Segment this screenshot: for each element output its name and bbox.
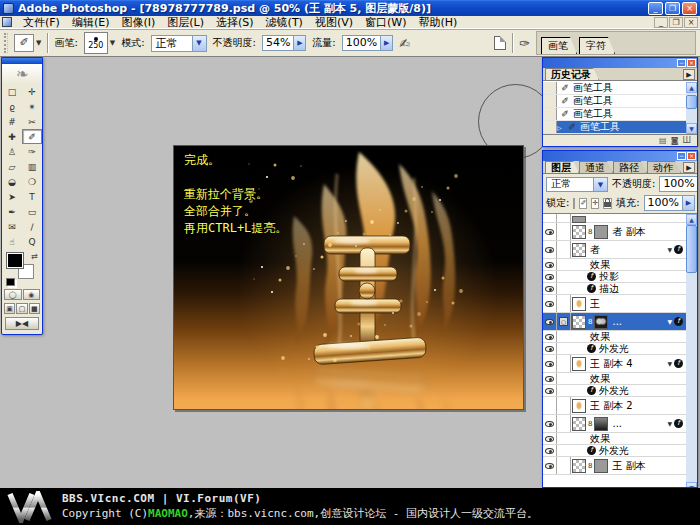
visibility-eye-icon[interactable] [545, 436, 554, 442]
layer-thumbnail-art[interactable] [572, 399, 586, 413]
eye-cell[interactable] [543, 445, 557, 456]
visibility-eye-icon[interactable] [545, 286, 554, 292]
visibility-eye-icon[interactable] [545, 361, 554, 367]
current-tool-icon[interactable]: ✐ [14, 34, 34, 52]
layer-row[interactable]: 8王 副本 [543, 457, 686, 475]
layer-style-icon[interactable]: f [674, 359, 683, 368]
layer-thumbnail-gray[interactable] [572, 216, 586, 223]
menu-图层[interactable]: 图层(L) [161, 15, 210, 30]
fill-field[interactable]: 100% ▶ [644, 195, 695, 211]
link-cell[interactable] [557, 241, 571, 258]
layer-thumbnail-checker[interactable] [572, 459, 586, 473]
blur-tool[interactable]: ◒ [2, 174, 22, 189]
layer-thumbnail-checker[interactable] [572, 417, 586, 431]
scroll-up-icon[interactable]: ▲ [686, 214, 697, 225]
options-bar-grip[interactable] [4, 33, 8, 53]
chevron-down-icon[interactable]: ▼ [192, 36, 206, 51]
history-state-row[interactable]: ✐画笔工具 [543, 95, 686, 108]
flow-slider-arrow-icon[interactable]: ▶ [381, 35, 393, 51]
visibility-eye-icon[interactable] [545, 262, 554, 268]
collapse-effects-icon[interactable]: ▼ [667, 360, 672, 367]
eye-cell[interactable] [543, 385, 557, 396]
standard-mode-button[interactable]: ◯ [4, 289, 22, 300]
link-cell[interactable]: ○ [557, 313, 571, 330]
magic-wand-tool[interactable]: ✴ [22, 99, 42, 114]
visibility-eye-icon[interactable] [545, 346, 554, 352]
visibility-eye-icon[interactable] [545, 301, 554, 307]
layer-blend-mode-select[interactable]: 正常 ▼ [546, 177, 608, 192]
visibility-eye-icon[interactable] [545, 274, 554, 280]
brush-preset-picker[interactable]: 250 [84, 32, 108, 54]
tool-preset-arrow-icon[interactable]: ▼ [36, 39, 41, 47]
menu-文件[interactable]: 文件(F) [17, 15, 66, 30]
eye-cell[interactable] [543, 397, 557, 414]
layers-scrollbar[interactable]: ▲ ▼ [686, 214, 697, 488]
layer-row-partial[interactable] [543, 214, 686, 223]
full-screen-menubar-button[interactable]: ▢ [16, 303, 27, 314]
standard-screen-button[interactable]: ▣ [4, 303, 15, 314]
layers-close-icon[interactable]: × [687, 152, 696, 160]
eye-cell[interactable] [543, 295, 557, 312]
zoom-tool[interactable]: Q [22, 234, 42, 249]
history-menu-arrow-icon[interactable]: ▶ [683, 69, 695, 80]
link-cell[interactable] [557, 214, 571, 222]
link-cell[interactable] [557, 415, 571, 432]
menu-图像[interactable]: 图像(I) [115, 15, 161, 30]
crop-tool[interactable]: # [2, 114, 22, 129]
swap-colors-icon[interactable]: ⇄ [31, 252, 38, 261]
healing-brush-tool[interactable]: ✚ [2, 129, 22, 144]
eye-cell[interactable] [543, 271, 557, 282]
document-canvas[interactable]: 完成。 重新拉个背景。全部合并了。再用CTRL+L提亮。 [173, 145, 524, 410]
dodge-tool[interactable]: ❍ [22, 174, 42, 189]
layer-opacity-value[interactable]: 100% [659, 176, 698, 192]
new-snapshot-icon[interactable]: ◙ [671, 136, 679, 146]
close-button[interactable]: × [682, 2, 697, 15]
eye-cell[interactable] [543, 457, 557, 474]
layer-style-icon[interactable]: f [674, 419, 683, 428]
lock-pixels-icon[interactable]: ✐ [579, 198, 587, 209]
tab-通道[interactable]: 通道 [579, 161, 613, 173]
opacity-slider-arrow-icon[interactable]: ▶ [294, 35, 306, 51]
history-minimize-icon[interactable]: − [677, 59, 686, 67]
eye-cell[interactable] [543, 343, 557, 354]
menu-帮助[interactable]: 帮助(H) [412, 15, 463, 30]
eye-cell[interactable] [543, 223, 557, 240]
layer-thumbnail-checker[interactable] [572, 315, 586, 329]
visibility-eye-icon[interactable] [545, 376, 554, 382]
foreground-color-swatch[interactable] [7, 253, 23, 268]
notes-tool[interactable]: ✉ [2, 219, 22, 234]
menu-编辑[interactable]: 编辑(E) [66, 15, 116, 30]
jump-to-imageready-button[interactable]: ▶◀ [5, 317, 39, 330]
layer-thumbnail-checker[interactable] [572, 225, 586, 239]
eye-cell[interactable] [543, 241, 557, 258]
tab-路径[interactable]: 路径 [613, 161, 647, 173]
toggle-brushes-palette-icon[interactable]: ✑ [519, 36, 530, 51]
doc-close-button[interactable]: × [684, 17, 698, 28]
eye-cell[interactable] [543, 214, 557, 222]
minimize-button[interactable]: _ [648, 2, 663, 15]
layer-opacity-field[interactable]: 100% ▶ [659, 176, 698, 192]
lock-all-icon[interactable] [603, 198, 612, 209]
effect-row[interactable]: f外发光 [543, 343, 686, 355]
layer-row[interactable]: 8者 副本 [543, 223, 686, 241]
lock-position-icon[interactable]: ✛ [591, 198, 599, 209]
history-scrollbar[interactable]: ▲ ▼ [686, 82, 697, 134]
menu-选择[interactable]: 选择(S) [210, 15, 260, 30]
path-select-tool[interactable]: ➤ [2, 189, 22, 204]
layer-row[interactable]: 王 [543, 295, 686, 313]
fill-value[interactable]: 100% [644, 195, 683, 211]
layer-thumbnail-gray[interactable] [594, 225, 608, 239]
eye-cell[interactable] [543, 433, 557, 444]
visibility-eye-icon[interactable] [545, 448, 554, 454]
doc-minimize-button[interactable]: _ [654, 17, 668, 28]
layer-thumbnail-gray[interactable] [594, 459, 608, 473]
scroll-up-icon[interactable]: ▲ [686, 82, 697, 93]
menu-窗口[interactable]: 窗口(W) [359, 15, 412, 30]
gradient-tool[interactable]: ▥ [22, 159, 42, 174]
eye-cell[interactable] [543, 283, 557, 294]
eye-cell[interactable] [543, 373, 557, 384]
delete-state-icon[interactable]: Ш [682, 136, 691, 146]
brush-tool[interactable]: ✐ [22, 129, 42, 144]
tab-图层[interactable]: 图层 [545, 161, 579, 173]
eye-cell[interactable] [543, 415, 557, 432]
